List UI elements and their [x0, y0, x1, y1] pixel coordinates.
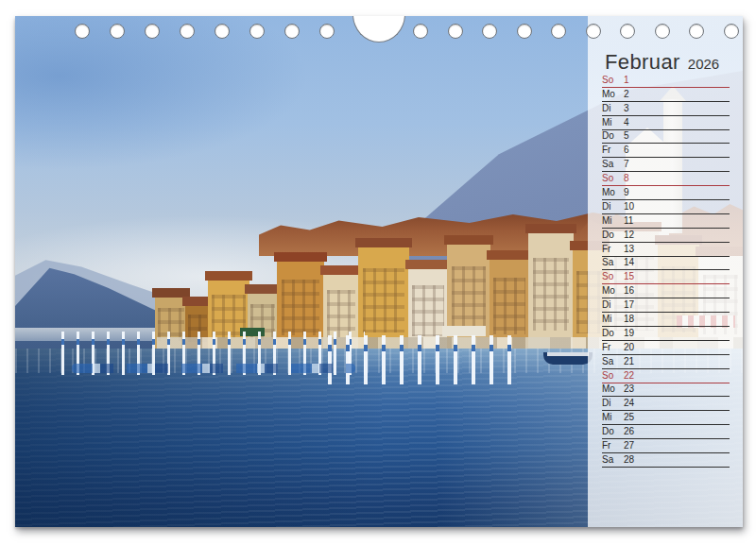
calendar-day-row: Do19	[602, 327, 730, 341]
weekday-label: Mi	[602, 215, 624, 226]
weekday-label: Sa	[602, 257, 624, 267]
calendar-day-row: Do26	[602, 425, 730, 439]
calendar-day-row: So22	[602, 369, 730, 383]
weekday-label: Mi	[602, 412, 624, 422]
weekday-label: So	[602, 370, 624, 381]
house-roof	[274, 252, 327, 262]
calendar-day-row: Sa21	[602, 355, 730, 369]
day-number: 4	[624, 117, 629, 128]
binding-hole	[655, 24, 670, 39]
day-number: 12	[624, 230, 634, 240]
weekday-label: Sa	[602, 356, 624, 366]
calendar-day-row: Mi18	[602, 313, 730, 327]
calendar-day-row: Mo23	[602, 383, 730, 398]
calendar-day-row: Di10	[602, 200, 730, 214]
day-list: So1Mo2Di3Mi4Do5Fr6Sa7So8Mo9Di10Mi11Do12F…	[602, 74, 730, 468]
binding-hole	[249, 24, 265, 39]
binding-hole	[482, 24, 497, 39]
weekday-label: Mo	[602, 187, 624, 197]
day-number: 22	[624, 370, 634, 381]
binding-hole	[620, 24, 635, 39]
weekday-label: So	[602, 271, 624, 281]
day-number: 24	[624, 398, 634, 408]
day-number: 21	[624, 356, 634, 366]
calendar-day-row: Mo9	[602, 186, 730, 200]
calendar-day-row: Di24	[602, 397, 730, 411]
weekday-label: Di	[602, 201, 624, 212]
house-roof	[205, 271, 252, 281]
day-number: 3	[624, 103, 629, 113]
calendar-day-row: Mo2	[602, 88, 730, 102]
house-shape	[358, 246, 409, 349]
day-number: 10	[624, 201, 634, 212]
house-windows	[493, 278, 525, 334]
house-windows	[412, 285, 444, 336]
house-roof	[444, 235, 493, 245]
day-number: 14	[624, 257, 634, 267]
house-roof	[245, 284, 281, 294]
weekday-label: Mi	[602, 314, 624, 324]
house-windows	[533, 258, 569, 332]
weekday-label: Fr	[602, 244, 624, 254]
calendar-day-row: Mi11	[602, 214, 730, 229]
mooring-poles-band	[318, 345, 525, 351]
calendar-day-row: Sa7	[602, 158, 730, 172]
day-number: 28	[624, 454, 634, 465]
calendar-day-row: So8	[602, 172, 730, 186]
day-number: 18	[624, 314, 634, 324]
day-number: 9	[624, 187, 629, 197]
weekday-label: Do	[602, 328, 624, 338]
binding-hole	[413, 24, 428, 39]
weekday-label: Do	[602, 230, 624, 240]
house-roof	[405, 260, 451, 269]
house-windows	[282, 280, 319, 335]
calendar-day-row: Di17	[602, 298, 730, 313]
date-panel: Februar 2026 So1Mo2Di3Mi4Do5Fr6Sa7So8Mo9…	[588, 16, 743, 527]
weekday-label: Di	[602, 398, 624, 408]
weekday-label: Sa	[602, 159, 624, 169]
day-number: 6	[624, 145, 629, 155]
house-windows	[327, 290, 355, 337]
binding-hole	[180, 24, 195, 39]
weekday-label: Di	[602, 299, 624, 310]
day-number: 26	[624, 426, 634, 436]
house-windows	[452, 266, 487, 332]
calendar-day-row: Sa14	[602, 257, 730, 271]
calendar-day-row: Mi25	[602, 411, 730, 425]
day-number: 11	[624, 215, 633, 226]
calendar-day-row: Mo16	[602, 284, 730, 298]
boat	[543, 352, 593, 365]
weekday-label: So	[602, 173, 624, 183]
binding-hole	[145, 24, 160, 39]
binding-hole	[215, 24, 230, 39]
boat-deck	[547, 352, 589, 356]
weekday-label: Fr	[602, 440, 624, 451]
calendar-day-row: So1	[602, 74, 730, 88]
binding-hole	[517, 24, 532, 39]
house-shape	[528, 231, 574, 349]
weekday-label: Fr	[602, 342, 624, 352]
calendar-day-row: Sa28	[602, 453, 730, 468]
day-number: 27	[624, 440, 634, 451]
house-roof	[355, 238, 412, 247]
day-number: 2	[624, 89, 629, 99]
house-windows	[363, 268, 404, 332]
binding-hole	[75, 24, 90, 39]
day-number: 25	[624, 412, 634, 422]
weekday-label: Mo	[602, 383, 624, 394]
day-number: 5	[624, 130, 629, 141]
binding-hole	[586, 24, 601, 39]
day-number: 7	[624, 159, 629, 169]
calendar-day-row: Fr27	[602, 439, 730, 453]
binding-hole	[551, 24, 566, 39]
house-roof	[487, 250, 532, 260]
binding-hole	[448, 24, 463, 39]
calendar-day-row: Fr20	[602, 341, 730, 355]
day-number: 17	[624, 299, 634, 310]
calendar-mockup: Februar 2026 So1Mo2Di3Mi4Do5Fr6Sa7So8Mo9…	[0, 0, 756, 545]
weekday-label: Do	[602, 426, 624, 436]
day-number: 16	[624, 285, 634, 296]
weekday-label: Mo	[602, 285, 624, 296]
calendar-day-row: Mi4	[602, 116, 730, 130]
weekday-label: So	[602, 75, 624, 85]
